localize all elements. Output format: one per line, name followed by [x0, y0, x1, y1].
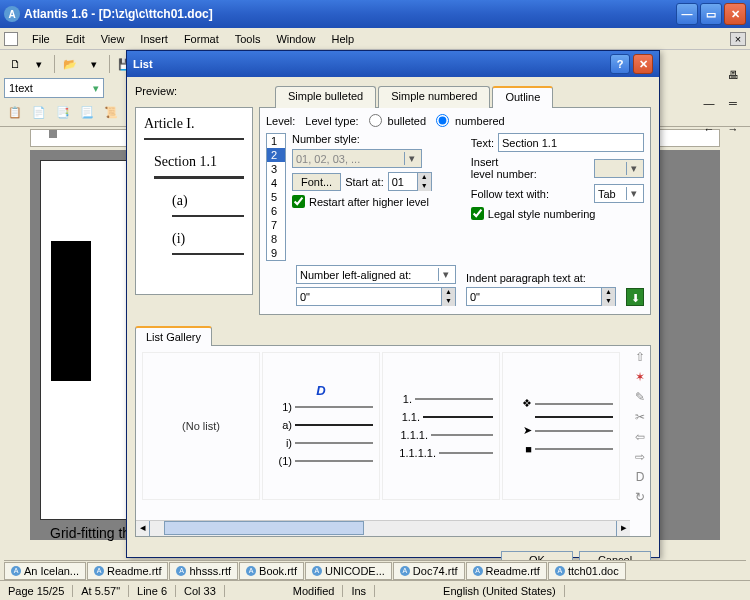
- gallery-item-nolist[interactable]: (No list): [142, 352, 260, 500]
- printer-icon[interactable]: 🖶: [722, 64, 744, 86]
- level-item[interactable]: 8: [267, 232, 285, 246]
- menu-tools[interactable]: Tools: [227, 31, 269, 47]
- doc-tab[interactable]: AReadme.rtf: [87, 562, 168, 580]
- gallery-star-icon[interactable]: ✶: [633, 370, 647, 384]
- tb-hr2[interactable]: ═: [722, 92, 744, 114]
- dialog-help-button[interactable]: ?: [610, 54, 630, 74]
- font-button[interactable]: Font...: [292, 173, 341, 191]
- restart-checkbox[interactable]: Restart after higher level: [292, 195, 461, 208]
- level-item[interactable]: 6: [267, 204, 285, 218]
- tb-icon-1[interactable]: 📋: [4, 101, 26, 123]
- radio-numbered[interactable]: numbered: [436, 114, 505, 127]
- gallery-right-icon[interactable]: ⇨: [633, 450, 647, 464]
- tb-icon-5[interactable]: 📜: [100, 101, 122, 123]
- menu-window[interactable]: Window: [268, 31, 323, 47]
- gallery-up-icon[interactable]: ⇧: [633, 350, 647, 364]
- level-item[interactable]: 7: [267, 218, 285, 232]
- tb-icon-3[interactable]: 📑: [52, 101, 74, 123]
- tab-simple-numbered[interactable]: Simple numbered: [378, 86, 490, 108]
- mdi-close-button[interactable]: ×: [730, 32, 746, 46]
- status-at: At 5.57": [73, 585, 129, 597]
- level-item[interactable]: 5: [267, 190, 285, 204]
- start-at-spinner[interactable]: ▲▼: [388, 172, 432, 191]
- menu-edit[interactable]: Edit: [58, 31, 93, 47]
- gallery-side-toolbar: ⇧ ✶ ✎ ✂ ⇦ ⇨ D ↻: [630, 346, 650, 536]
- maximize-button[interactable]: ▭: [700, 3, 722, 25]
- menu-format[interactable]: Format: [176, 31, 227, 47]
- style-combo[interactable]: 1text ▾: [4, 78, 104, 98]
- gallery-item[interactable]: 1. 1.1. 1.1.1. 1.1.1.1.: [382, 352, 500, 500]
- tb-hr1[interactable]: —: [698, 92, 720, 114]
- chevron-down-icon: ▾: [626, 187, 640, 200]
- nav-back-button[interactable]: ←: [698, 118, 720, 140]
- text-input[interactable]: [498, 133, 644, 152]
- level-item[interactable]: 2: [267, 148, 285, 162]
- doc-tab[interactable]: AAn Icelan...: [4, 562, 86, 580]
- number-style-combo[interactable]: 01, 02, 03, ...▾: [292, 149, 422, 168]
- number-align-spinner[interactable]: ▲▼: [296, 287, 456, 306]
- level-item[interactable]: 3: [267, 162, 285, 176]
- level-label: Level:: [266, 115, 295, 127]
- tb-icon-2[interactable]: 📄: [28, 101, 50, 123]
- gallery-item[interactable]: ❖ ➤ ■: [502, 352, 620, 500]
- indent-para-label: Indent paragraph text at:: [466, 272, 616, 284]
- dialog-title-bar[interactable]: List ? ✕: [127, 51, 659, 77]
- number-style-label: Number style:: [292, 133, 461, 145]
- menu-view[interactable]: View: [93, 31, 133, 47]
- doc-tab[interactable]: Ahhsss.rtf: [169, 562, 238, 580]
- minimize-button[interactable]: —: [676, 3, 698, 25]
- menu-file[interactable]: File: [24, 31, 58, 47]
- new-dropdown[interactable]: ▾: [28, 53, 50, 75]
- doc-tab[interactable]: ABook.rtf: [239, 562, 304, 580]
- mdi-icon: [4, 32, 18, 46]
- chevron-down-icon: ▾: [626, 162, 640, 175]
- gallery-edit-icon[interactable]: ✎: [633, 390, 647, 404]
- nav-forward-button[interactable]: →: [722, 118, 744, 140]
- doc-tab[interactable]: AReadme.rtf: [466, 562, 547, 580]
- level-item[interactable]: 1: [267, 134, 285, 148]
- close-button[interactable]: ✕: [724, 3, 746, 25]
- gallery-left-icon[interactable]: ⇦: [633, 430, 647, 444]
- preview-item: (i): [172, 231, 244, 247]
- chevron-down-icon: ▾: [438, 268, 452, 281]
- doc-tab[interactable]: AUNICODE...: [305, 562, 392, 580]
- status-bar: Page 15/25 At 5.57" Line 6 Col 33 Modifi…: [0, 580, 750, 600]
- doc-tab[interactable]: ADoc74.rtf: [393, 562, 465, 580]
- apply-arrow-button[interactable]: ⬇: [626, 288, 644, 306]
- tb-icon-4[interactable]: 📃: [76, 101, 98, 123]
- insert-level-combo[interactable]: ▾: [594, 159, 644, 178]
- legal-checkbox[interactable]: Legal style numbering: [471, 207, 644, 220]
- level-item[interactable]: 4: [267, 176, 285, 190]
- gallery-tab[interactable]: List Gallery: [135, 326, 212, 346]
- status-line: Line 6: [129, 585, 176, 597]
- number-align-combo[interactable]: Number left-aligned at:▾: [296, 265, 456, 284]
- menu-help[interactable]: Help: [324, 31, 363, 47]
- gallery-cut-icon[interactable]: ✂: [633, 410, 647, 424]
- gallery-d-icon[interactable]: D: [633, 470, 647, 484]
- list-dialog: List ? ✕ Preview: Simple bulleted Simple…: [126, 50, 660, 558]
- tab-simple-bulleted[interactable]: Simple bulleted: [275, 86, 376, 108]
- new-button[interactable]: 🗋: [4, 53, 26, 75]
- status-page: Page 15/25: [0, 585, 73, 597]
- gallery-scrollbar[interactable]: ◂ ▸: [136, 520, 630, 536]
- dialog-close-button[interactable]: ✕: [633, 54, 653, 74]
- ruler-marker[interactable]: [49, 130, 57, 138]
- tab-outline[interactable]: Outline: [492, 86, 553, 108]
- level-item[interactable]: 9: [267, 246, 285, 260]
- menu-bar: File Edit View Insert Format Tools Windo…: [0, 28, 750, 50]
- document-page[interactable]: [40, 160, 140, 520]
- level-list[interactable]: 1 2 3 4 5 6 7 8 9: [266, 133, 286, 261]
- gallery-item[interactable]: D 1) a) i) (1): [262, 352, 380, 500]
- follow-combo[interactable]: Tab▾: [594, 184, 644, 203]
- indent-para-spinner[interactable]: ▲▼: [466, 287, 616, 306]
- preview-item: (a): [172, 193, 244, 209]
- menu-insert[interactable]: Insert: [132, 31, 176, 47]
- open-dropdown[interactable]: ▾: [83, 53, 105, 75]
- radio-bulleted[interactable]: bulleted: [369, 114, 427, 127]
- gallery-refresh-icon[interactable]: ↻: [633, 490, 647, 504]
- doc-tab[interactable]: Attch01.doc: [548, 562, 626, 580]
- chevron-down-icon: ▾: [93, 82, 99, 95]
- open-button[interactable]: 📂: [59, 53, 81, 75]
- status-ins: Ins: [343, 585, 375, 597]
- outline-config-panel: Level: Level type: bulleted numbered 1 2…: [259, 107, 651, 315]
